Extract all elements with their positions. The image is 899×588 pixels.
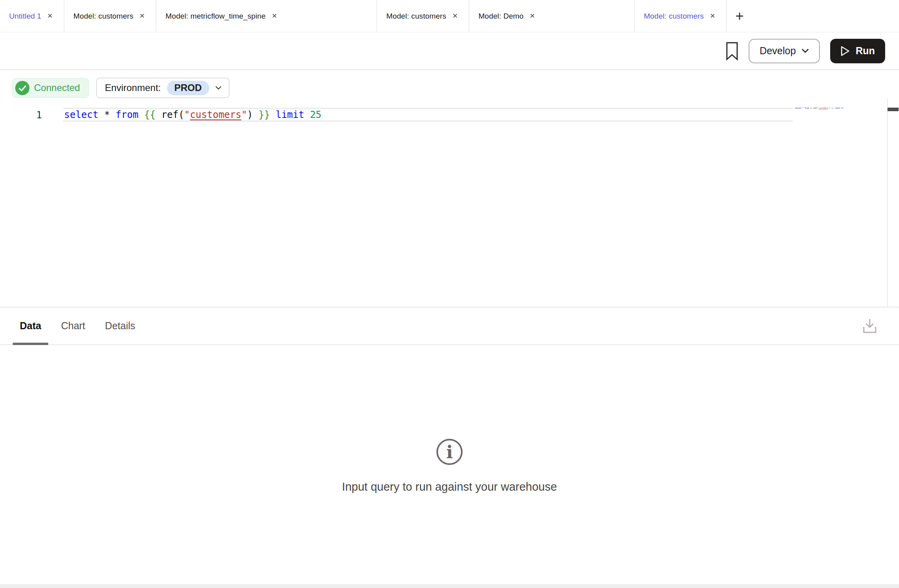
environment-label: Environment: (105, 82, 161, 93)
chevron-down-icon (215, 86, 222, 90)
play-icon (840, 46, 850, 57)
empty-state-message: Input query to run against your warehous… (342, 480, 557, 493)
download-button[interactable] (862, 318, 877, 334)
check-circle-icon (15, 81, 30, 95)
close-icon[interactable]: ✕ (271, 12, 278, 20)
results-tab-bar: Data Chart Details (0, 307, 899, 345)
tab-untitled-1[interactable]: Untitled 1 ✕ (0, 0, 64, 32)
tab-label: Model: customers (386, 12, 446, 21)
scrollbar-thumb[interactable] (888, 108, 899, 111)
close-icon[interactable]: ✕ (451, 12, 459, 20)
tab-chart[interactable]: Chart (54, 307, 92, 344)
editor-status-row: Connected Environment: PROD (12, 78, 229, 98)
connected-label: Connected (34, 82, 80, 93)
develop-button[interactable]: Develop (749, 39, 820, 63)
editor-tab-bar: Untitled 1 ✕ Model: customers ✕ Model: m… (0, 0, 899, 32)
tab-details[interactable]: Details (98, 307, 142, 344)
tab-model-customers-2[interactable]: Model: customers ✕ (377, 0, 469, 32)
empty-state: i Input query to run against your wareho… (0, 345, 899, 584)
tab-model-demo[interactable]: Model: Demo ✕ (469, 0, 635, 32)
bookmark-icon[interactable] (726, 42, 738, 61)
close-icon[interactable]: ✕ (709, 12, 716, 20)
results-panel: Data Chart Details i Input query to run … (0, 307, 899, 584)
tab-label: Model: Demo (478, 12, 523, 21)
develop-label: Develop (760, 45, 796, 57)
close-icon[interactable]: ✕ (46, 12, 53, 20)
sql-editor: Connected Environment: PROD 1 select * f… (0, 70, 899, 307)
download-icon (862, 318, 877, 334)
environment-selector[interactable]: Environment: PROD (96, 78, 229, 98)
line-number: 1 (0, 108, 42, 122)
tab-model-metricflow-time-spine[interactable]: Model: metricflow_time_spine ✕ (156, 0, 377, 32)
connection-status-badge: Connected (12, 78, 89, 98)
minimap-separator (887, 99, 888, 307)
tab-label: Model: metricflow_time_spine (165, 12, 266, 21)
code-line[interactable]: select * from {{ ref("customers") }} lim… (64, 108, 321, 122)
new-tab-button[interactable]: + (727, 0, 752, 32)
tab-model-customers-3[interactable]: Model: customers ✕ (635, 0, 727, 32)
environment-value-pill: PROD (167, 81, 209, 95)
ide-window: Untitled 1 ✕ Model: customers ✕ Model: m… (0, 0, 899, 588)
bottom-strip (0, 584, 899, 588)
minimap[interactable]: select * from {{ ref("customers") }} lim… (795, 107, 886, 123)
tab-label: Untitled 1 (9, 12, 41, 21)
tab-model-customers-1[interactable]: Model: customers ✕ (64, 0, 157, 32)
run-label: Run (855, 45, 875, 57)
close-icon[interactable]: ✕ (138, 12, 146, 20)
close-icon[interactable]: ✕ (529, 12, 536, 20)
tab-label: Model: customers (644, 12, 704, 21)
tab-label: Model: customers (74, 12, 134, 21)
svg-text:i: i (446, 442, 453, 462)
chevron-down-icon (802, 49, 809, 53)
info-icon: i (436, 438, 463, 465)
tab-data[interactable]: Data (13, 307, 48, 344)
run-button[interactable]: Run (830, 39, 885, 63)
toolbar: Develop Run (0, 32, 899, 70)
